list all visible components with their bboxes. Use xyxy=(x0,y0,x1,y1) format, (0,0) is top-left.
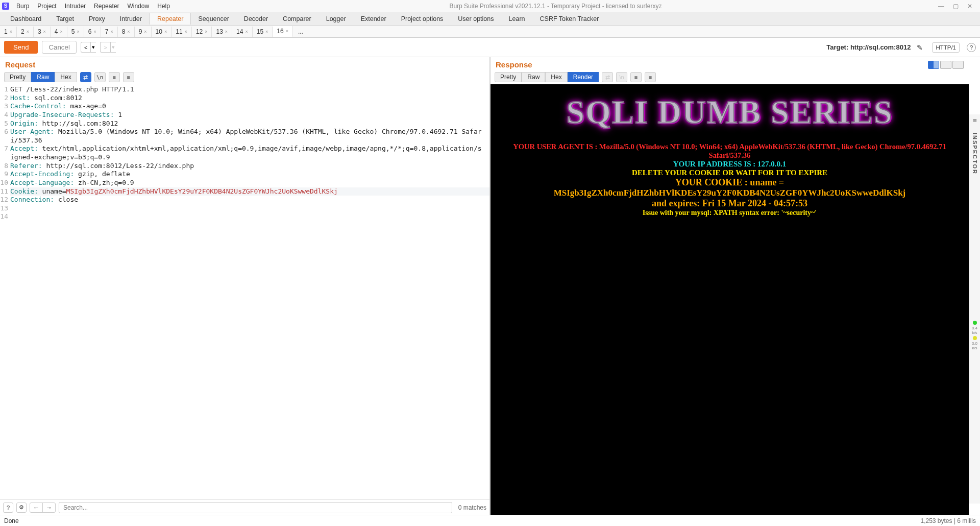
request-view-pretty[interactable]: Pretty xyxy=(4,72,31,82)
menu-intruder[interactable]: Intruder xyxy=(61,3,90,10)
menu-window[interactable]: Window xyxy=(123,3,153,10)
inspector-toggle-icon[interactable]: ≡ xyxy=(972,116,976,125)
search-help-icon[interactable]: ? xyxy=(3,503,13,513)
repeater-tab-4[interactable]: 4× xyxy=(51,27,67,37)
request-line[interactable]: 1GET /Less-22/index.php HTTP/1.1 xyxy=(0,85,489,94)
search-next-icon[interactable]: → xyxy=(43,503,55,512)
resp-newline-icon[interactable]: ≡ xyxy=(630,72,642,82)
menu-burp[interactable]: Burp xyxy=(12,3,33,10)
repeater-tab-10[interactable]: 10× xyxy=(152,27,172,37)
repeater-tab-16[interactable]: 16× xyxy=(273,26,293,37)
repeater-tab-close-icon[interactable]: × xyxy=(110,29,113,34)
request-line[interactable]: 13 xyxy=(0,204,489,213)
send-button[interactable]: Send xyxy=(4,41,38,54)
request-view-raw[interactable]: Raw xyxy=(31,72,55,82)
repeater-tab-close-icon[interactable]: × xyxy=(144,29,146,34)
repeater-tab-close-icon[interactable]: × xyxy=(27,29,29,34)
toggle-n-icon[interactable]: \n xyxy=(94,72,106,82)
main-tab-learn[interactable]: Learn xyxy=(502,13,533,25)
request-line[interactable]: 12Connection: close xyxy=(0,196,489,204)
main-tab-decoder[interactable]: Decoder xyxy=(237,13,276,25)
repeater-tab-close-icon[interactable]: × xyxy=(225,29,228,34)
repeater-tab-6[interactable]: 6× xyxy=(84,27,101,37)
repeater-tab-close-icon[interactable]: × xyxy=(93,29,96,34)
main-tab-comparer[interactable]: Comparer xyxy=(276,13,319,25)
repeater-tab-2[interactable]: 2× xyxy=(17,27,34,37)
main-tab-proxy[interactable]: Proxy xyxy=(82,13,113,25)
edit-target-icon[interactable]: ✎ xyxy=(917,43,923,52)
request-line[interactable]: 7Accept: text/html,application/xhtml+xml… xyxy=(0,145,489,161)
search-input[interactable] xyxy=(59,502,452,513)
response-view-render[interactable]: Render xyxy=(568,72,599,82)
request-line[interactable]: 4Upgrade-Insecure-Requests: 1 xyxy=(0,111,489,119)
repeater-tab-1[interactable]: 1× xyxy=(0,27,17,37)
repeater-tab-close-icon[interactable]: × xyxy=(60,29,63,34)
main-tab-target[interactable]: Target xyxy=(49,13,82,25)
repeater-tab-more[interactable]: ... xyxy=(293,27,308,37)
repeater-tab-14[interactable]: 14× xyxy=(232,27,253,37)
response-view-pretty[interactable]: Pretty xyxy=(495,72,522,82)
repeater-tab-close-icon[interactable]: × xyxy=(265,29,268,34)
repeater-tab-13[interactable]: 13× xyxy=(212,27,232,37)
maximize-icon[interactable]: ▢ xyxy=(951,3,960,10)
cancel-button[interactable]: Cancel xyxy=(42,41,77,54)
main-tab-user-options[interactable]: User options xyxy=(451,13,501,25)
inspector-label[interactable]: INSPECTOR xyxy=(972,133,978,175)
request-line[interactable]: 11Cookie: uname=MSIgb3IgZXh0cmFjdHZhbHVl… xyxy=(0,187,489,196)
history-back-drop[interactable]: ▾ xyxy=(90,42,96,53)
request-line[interactable]: 5Origin: http://sql.com:8012 xyxy=(0,119,489,128)
repeater-tab-close-icon[interactable]: × xyxy=(205,29,207,34)
history-forward-drop[interactable]: ▾ xyxy=(110,42,116,53)
resp-wrap-icon[interactable]: ⇄ xyxy=(602,72,613,82)
main-tab-dashboard[interactable]: Dashboard xyxy=(3,13,49,25)
response-render[interactable]: SQLI DUMB SERIES YOUR USER AGENT IS : Mo… xyxy=(491,84,969,515)
resp-n-icon[interactable]: \n xyxy=(616,72,627,82)
request-line[interactable]: 8Referer: http://sql.com:8012/Less-22/in… xyxy=(0,162,489,171)
repeater-tab-11[interactable]: 11× xyxy=(172,27,192,37)
repeater-tab-8[interactable]: 8× xyxy=(118,27,135,37)
response-view-raw[interactable]: Raw xyxy=(522,72,545,82)
main-tab-intruder[interactable]: Intruder xyxy=(113,13,150,25)
request-line[interactable]: 2Host: sql.com:8012 xyxy=(0,94,489,103)
close-icon[interactable]: ✕ xyxy=(966,3,974,10)
resp-hamburger-icon[interactable]: ≡ xyxy=(645,72,656,82)
search-prev-icon[interactable]: ← xyxy=(30,503,43,512)
history-back-button[interactable]: < xyxy=(81,42,90,53)
main-tab-sequencer[interactable]: Sequencer xyxy=(191,13,236,25)
help-icon[interactable]: ? xyxy=(967,43,976,52)
repeater-tab-12[interactable]: 12× xyxy=(192,27,212,37)
repeater-tab-close-icon[interactable]: × xyxy=(185,29,187,34)
http-version-toggle[interactable]: HTTP/1 xyxy=(932,42,960,53)
request-editor[interactable]: 1GET /Less-22/index.php HTTP/1.12Host: s… xyxy=(0,84,489,499)
layout-stacked-icon[interactable] xyxy=(940,61,951,69)
main-tab-csrf-token-tracker[interactable]: CSRF Token Tracker xyxy=(533,13,607,25)
request-line[interactable]: 3Cache-Control: max-age=0 xyxy=(0,102,489,111)
toggle-newline-icon[interactable]: ≡ xyxy=(109,72,120,82)
repeater-tab-close-icon[interactable]: × xyxy=(127,29,130,34)
repeater-tab-close-icon[interactable]: × xyxy=(286,29,288,34)
request-view-hex[interactable]: Hex xyxy=(55,72,77,82)
search-settings-icon[interactable]: ⚙ xyxy=(16,503,27,513)
main-tab-extender[interactable]: Extender xyxy=(354,13,394,25)
main-tab-project-options[interactable]: Project options xyxy=(394,13,451,25)
layout-combined-icon[interactable] xyxy=(952,61,964,69)
minimize-icon[interactable]: — xyxy=(937,3,945,10)
menu-repeater[interactable]: Repeater xyxy=(90,3,123,10)
main-tab-logger[interactable]: Logger xyxy=(319,13,354,25)
hamburger-icon[interactable]: ≡ xyxy=(123,72,134,82)
repeater-tab-close-icon[interactable]: × xyxy=(10,29,12,34)
layout-side-by-side-icon[interactable] xyxy=(928,61,939,69)
repeater-tab-7[interactable]: 7× xyxy=(101,27,118,37)
menu-help[interactable]: Help xyxy=(153,3,174,10)
repeater-tab-3[interactable]: 3× xyxy=(34,27,51,37)
repeater-tab-15[interactable]: 15× xyxy=(253,27,273,37)
repeater-tab-close-icon[interactable]: × xyxy=(164,29,167,34)
request-line[interactable]: 10Accept-Language: zh-CN,zh;q=0.9 xyxy=(0,179,489,187)
response-view-hex[interactable]: Hex xyxy=(545,72,567,82)
request-line[interactable]: 14 xyxy=(0,212,489,221)
toggle-wrap-icon[interactable]: ⇄ xyxy=(80,72,91,82)
menu-project[interactable]: Project xyxy=(33,3,60,10)
repeater-tab-9[interactable]: 9× xyxy=(135,27,152,37)
main-tab-repeater[interactable]: Repeater xyxy=(150,13,191,25)
history-forward-button[interactable]: > xyxy=(100,42,110,53)
